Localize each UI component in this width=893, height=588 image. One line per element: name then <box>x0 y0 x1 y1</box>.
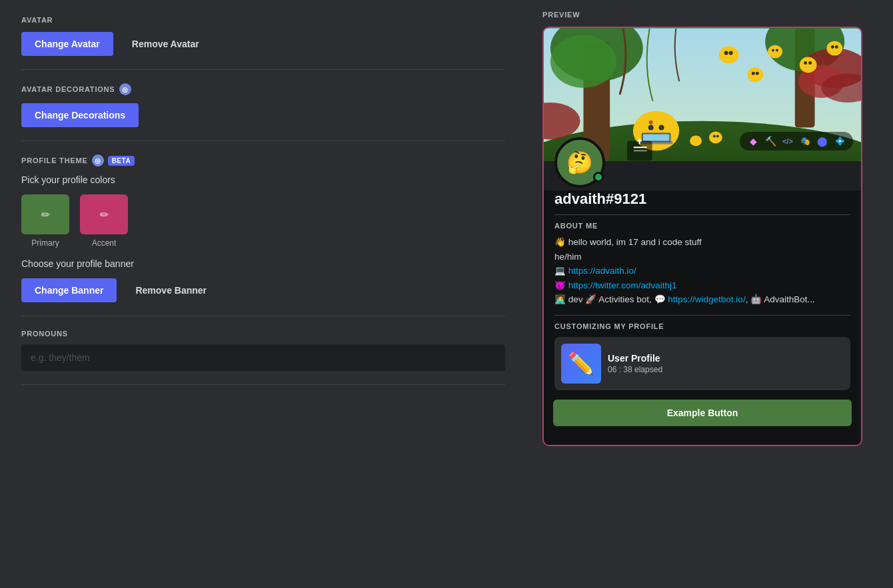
svg-point-29 <box>808 61 812 65</box>
pick-colors-label: Pick your profile colors <box>21 174 505 185</box>
banner-btn-row: Change Banner Remove Banner <box>21 278 505 302</box>
example-button[interactable]: Example Button <box>553 400 852 426</box>
svg-point-33 <box>709 132 722 144</box>
about-me-line4: , 🤖 AdvaithBot... <box>746 294 815 304</box>
badge-events: 🎭 <box>798 135 812 148</box>
decorations-btn-row: Change Decorations <box>21 103 505 127</box>
avatar-btn-row: Change Avatar Remove Avatar <box>21 32 505 56</box>
avatar-section-preview: 🤔 <box>544 161 861 190</box>
pronouns-section: PRONOUNS <box>21 330 505 371</box>
svg-point-12 <box>648 125 654 131</box>
remove-banner-button[interactable]: Remove Banner <box>122 278 220 302</box>
activity-card: ✏️ User Profile 06 : 38 elapsed <box>554 337 850 390</box>
svg-point-35 <box>716 135 719 137</box>
badge-circle: ⬤ <box>816 135 829 148</box>
change-decorations-button[interactable]: Change Decorations <box>21 103 139 127</box>
avatar-section-label: AVATAR <box>21 16 505 24</box>
nitro-icon-2: ◎ <box>92 154 104 166</box>
svg-point-4 <box>550 35 616 88</box>
change-avatar-button[interactable]: Change Avatar <box>21 32 113 56</box>
customizing-label: CUSTOMIZING MY PROFILE <box>554 322 850 330</box>
edit-icon-primary: ✏ <box>41 208 50 221</box>
about-me-devil-emoji: 👿 <box>554 280 568 290</box>
avatar-label-text: AVATAR <box>21 16 53 24</box>
avatar-section: AVATAR Change Avatar Remove Avatar <box>21 16 505 56</box>
profile-divider-2 <box>554 315 850 316</box>
svg-point-18 <box>719 47 739 64</box>
svg-rect-17 <box>643 135 670 141</box>
activity-elapsed: 06 : 38 elapsed <box>608 365 844 374</box>
divider-2 <box>21 141 505 141</box>
about-me-line3: 🧑‍💻 dev 🚀 Activities bot, 💬 <box>554 294 668 304</box>
profile-badges: ◆ 🔨 </> 🎭 ⬤ 💠 <box>740 132 853 150</box>
about-me-link1[interactable]: https://advaith.io/ <box>568 266 636 276</box>
svg-point-13 <box>659 125 664 131</box>
badge-nitro: 💠 <box>833 135 846 148</box>
svg-point-32 <box>835 45 838 49</box>
accent-label: Accent <box>92 238 117 248</box>
about-me-label: ABOUT ME <box>554 222 850 230</box>
accent-color-wrapper: ✏ Accent <box>80 194 128 248</box>
svg-point-31 <box>831 45 834 49</box>
beta-badge: BETA <box>108 156 135 166</box>
nitro-icon: ◎ <box>119 83 131 95</box>
activity-title: User Profile <box>608 353 844 364</box>
avatar-decorations-section: AVATAR DECORATIONS ◎ Change Decorations <box>21 83 505 127</box>
divider-3 <box>21 316 505 316</box>
left-panel: AVATAR Change Avatar Remove Avatar AVATA… <box>0 0 526 588</box>
badge-dev: </> <box>781 135 794 148</box>
svg-point-24 <box>768 45 782 59</box>
profile-card: ◆ 🔨 </> 🎭 ⬤ 💠 🤔 advaith#9121 ABOUT ME <box>542 27 862 446</box>
svg-point-20 <box>729 51 733 55</box>
about-me-text: 👋 hello world, im 17 and i code stuff he… <box>554 235 850 307</box>
svg-point-36 <box>690 135 702 146</box>
preview-label: PREVIEW <box>542 11 864 19</box>
profile-theme-label-text: PROFILE THEME <box>21 156 88 164</box>
colors-row: ✏ Primary ✏ Accent <box>21 194 505 248</box>
about-me-link3[interactable]: https://widgetbot.io/ <box>668 294 745 304</box>
pronouns-label: PRONOUNS <box>21 330 505 338</box>
svg-point-22 <box>752 72 755 75</box>
profile-body-inner: advaith#9121 ABOUT ME 👋 hello world, im … <box>544 190 861 390</box>
svg-point-34 <box>713 135 716 137</box>
svg-point-23 <box>756 72 759 75</box>
svg-point-26 <box>776 49 778 52</box>
edit-icon-accent: ✏ <box>100 208 109 221</box>
profile-body: advaith#9121 ABOUT ME 👋 hello world, im … <box>544 190 861 445</box>
svg-point-30 <box>826 41 842 56</box>
svg-point-14 <box>649 121 653 125</box>
example-btn-wrapper: Example Button <box>544 400 861 436</box>
change-banner-button[interactable]: Change Banner <box>21 278 117 302</box>
activity-icon: ✏️ <box>561 344 601 384</box>
svg-point-28 <box>804 61 807 65</box>
about-me-line1: 👋 hello world, im 17 and i code stuff <box>554 237 702 247</box>
avatar-decorations-label-text: AVATAR DECORATIONS <box>21 85 115 93</box>
primary-color-wrapper: ✏ Primary <box>21 194 69 248</box>
svg-point-27 <box>800 57 817 73</box>
primary-label: Primary <box>31 238 59 248</box>
profile-theme-label: PROFILE THEME ◎ BETA <box>21 154 505 166</box>
badge-hypesquad: ◆ <box>746 135 760 148</box>
divider-1 <box>21 69 505 70</box>
pronouns-input[interactable] <box>21 344 505 371</box>
right-panel: PREVIEW <box>526 0 880 588</box>
avatar-decorations-label: AVATAR DECORATIONS ◎ <box>21 83 505 95</box>
online-status-dot <box>593 172 604 182</box>
profile-divider-1 <box>554 214 850 215</box>
profile-username: advaith#9121 <box>554 190 850 208</box>
svg-point-25 <box>772 49 774 52</box>
divider-4 <box>21 384 505 385</box>
primary-color-swatch[interactable]: ✏ <box>21 194 69 234</box>
choose-banner-label: Choose your profile banner <box>21 258 505 269</box>
about-me-line2: he/him <box>554 252 582 262</box>
profile-theme-section: PROFILE THEME ◎ BETA Pick your profile c… <box>21 154 505 302</box>
badge-moderator: 🔨 <box>764 135 777 148</box>
svg-point-19 <box>724 51 728 55</box>
svg-point-21 <box>747 67 763 82</box>
accent-color-swatch[interactable]: ✏ <box>80 194 128 234</box>
about-me-laptop-emoji: 💻 <box>554 266 568 276</box>
about-me-link2[interactable]: https://twitter.com/advaithj1 <box>568 280 677 290</box>
activity-info: User Profile 06 : 38 elapsed <box>608 353 844 374</box>
remove-avatar-button[interactable]: Remove Avatar <box>119 32 213 56</box>
